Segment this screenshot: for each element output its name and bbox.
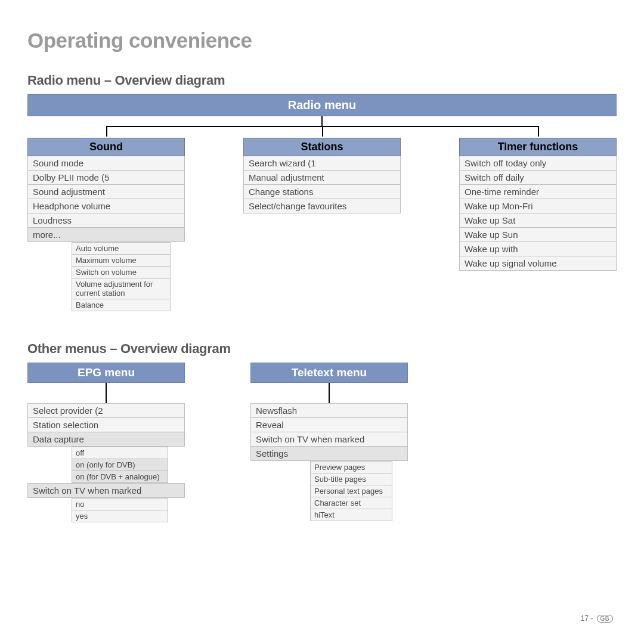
list-item: Wake up Sun [459, 228, 617, 242]
list-item: Wake up Mon-Fri [459, 199, 617, 213]
sub-item: Balance [72, 299, 171, 311]
list-item-expand: Settings [250, 447, 408, 461]
section2-title: Other menus – Overview diagram [27, 341, 617, 357]
page-number: 17 - [581, 614, 593, 623]
sub-item: Switch on volume [72, 267, 171, 278]
section1-title: Radio menu – Overview diagram [27, 73, 617, 88]
sub-item: Personal text pages [310, 485, 392, 497]
list-item-expand: Switch on TV when marked [27, 483, 185, 498]
sub-item: off [72, 447, 168, 459]
list-item: Reveal [250, 418, 408, 432]
epg-menu: EPG menu Select provider (2 Station sele… [27, 363, 185, 522]
list-item-expand: Data capture [27, 432, 185, 447]
page-title: Operating convenience [27, 29, 617, 52]
list-item: Wake up Sat [459, 213, 617, 228]
sub-item: Character set [310, 497, 392, 509]
radio-menu-header: Radio menu [27, 94, 617, 116]
sub-item: Maximum volume [72, 255, 171, 267]
list-item: Wake up signal volume [459, 256, 617, 271]
list-item: Sound mode [27, 156, 185, 171]
list-item: Change stations [243, 185, 401, 199]
radio-menu-connector [27, 116, 617, 138]
list-item: Dolby PLII mode (5 [27, 171, 185, 185]
list-item: Wake up with [459, 242, 617, 256]
sub-item: Auto volume [72, 242, 171, 255]
sub-item: on (only for DVB) [72, 459, 168, 471]
list-item: Switch off today only [459, 156, 617, 171]
teletext-header: Teletext menu [250, 363, 408, 383]
page-footer: 17 - GB [581, 614, 613, 623]
sound-header: Sound [27, 138, 185, 156]
list-item: Headphone volume [27, 199, 185, 213]
epg-sub1: off on (only for DVB) on (for DVB + anal… [72, 447, 168, 483]
timer-header: Timer functions [459, 138, 617, 156]
list-item: Newsflash [250, 403, 408, 418]
epg-header: EPG menu [27, 363, 185, 383]
list-item: Switch on TV when marked [250, 432, 408, 447]
language-badge: GB [597, 615, 613, 623]
list-item: Loudness [27, 213, 185, 228]
list-item: Select/change favourites [243, 199, 401, 213]
sub-item: Preview pages [310, 461, 392, 473]
list-item: Search wizard (1 [243, 156, 401, 171]
sub-item: Sub-title pages [310, 473, 392, 485]
sub-item: yes [72, 510, 168, 522]
teletext-menu: Teletext menu Newsflash Reveal Switch on… [250, 363, 408, 522]
timer-column: Timer functions Switch off today only Sw… [459, 138, 617, 311]
list-item: Sound adjustment [27, 185, 185, 199]
sub-item: on (for DVB + analogue) [72, 471, 168, 483]
tele-sub: Preview pages Sub-title pages Personal t… [310, 461, 392, 521]
list-item: Select provider (2 [27, 403, 185, 418]
list-item: One-time reminder [459, 185, 617, 199]
list-item: Station selection [27, 418, 185, 432]
list-item: Switch off daily [459, 171, 617, 185]
stations-header: Stations [243, 138, 401, 156]
sub-item: hiText [310, 509, 392, 521]
list-item: Manual adjustment [243, 171, 401, 185]
connector [329, 383, 330, 403]
sound-sub: Auto volume Maximum volume Switch on vol… [72, 242, 171, 311]
sound-column: Sound Sound mode Dolby PLII mode (5 Soun… [27, 138, 185, 311]
sub-item: no [72, 498, 168, 510]
list-item-more: more... [27, 228, 185, 242]
sub-item: Volume adjustment for current station [72, 278, 171, 299]
stations-column: Stations Search wizard (1 Manual adjustm… [243, 138, 401, 311]
connector [106, 383, 107, 403]
epg-sub2: no yes [72, 498, 168, 522]
